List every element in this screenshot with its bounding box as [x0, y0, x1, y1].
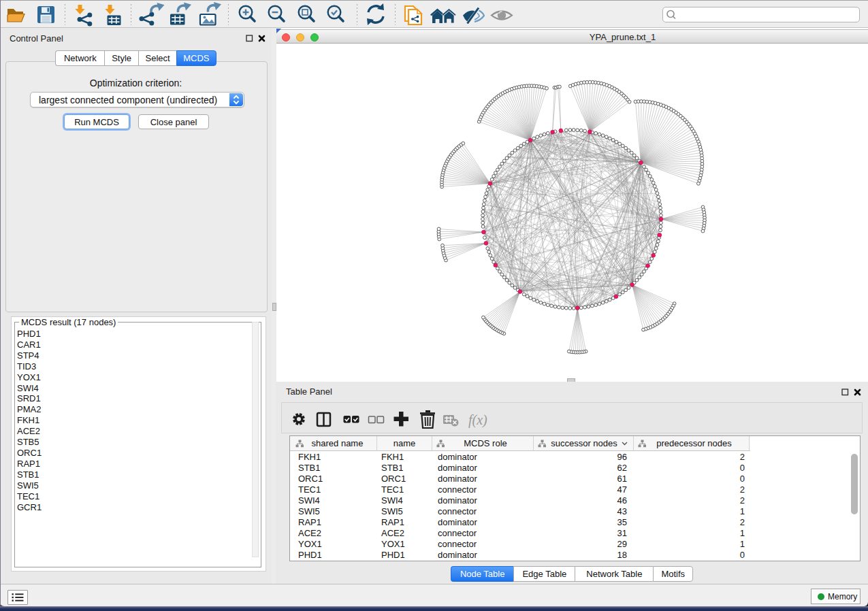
svg-text:f(x): f(x) [468, 412, 487, 428]
